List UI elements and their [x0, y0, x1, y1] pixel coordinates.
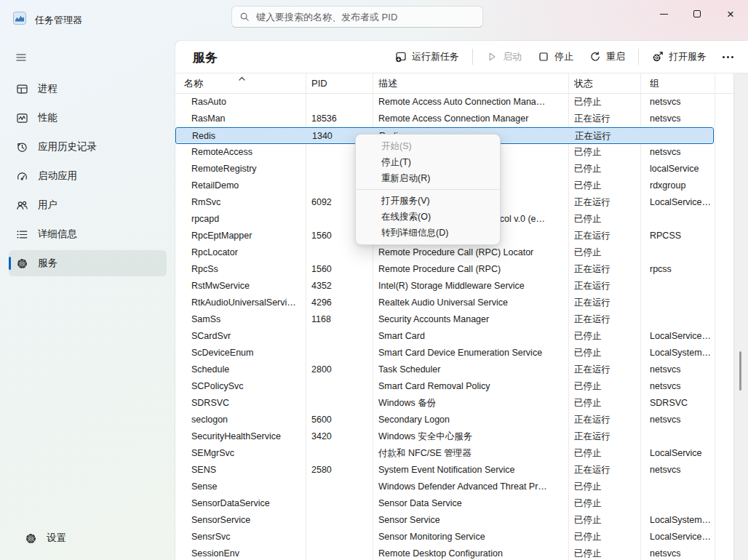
service-name-cell: RstMwService: [191, 278, 302, 295]
selected-indicator: [9, 257, 11, 270]
toolbar-divider: [472, 49, 473, 65]
run-new-task-button[interactable]: 运行新任务: [388, 46, 466, 68]
minimize-button[interactable]: [647, 1, 680, 26]
sidebar-item-users[interactable]: 用户: [9, 192, 167, 218]
service-desc-cell: Realtek Audio Universal Service: [378, 295, 565, 311]
context-menu-item[interactable]: 转到详细信息(D): [356, 225, 500, 241]
service-group-cell: LocalService…: [650, 328, 714, 345]
table-row[interactable]: SEMgrSvc付款和 NFC/SE 管理器已停止LocalService: [175, 445, 733, 462]
service-name-cell: RmSvc: [191, 194, 302, 211]
service-group-cell: netsvcs: [650, 94, 714, 111]
sidebar-item-processes[interactable]: 进程: [9, 76, 167, 102]
table-row[interactable]: SessionEnvRemote Desktop Configuration已停…: [175, 545, 733, 560]
column-header-group[interactable]: 组: [650, 73, 714, 90]
open-services-icon: [652, 51, 664, 63]
service-status-cell: 已停止: [574, 94, 641, 111]
search-input[interactable]: [256, 12, 475, 23]
service-status-cell: 已停止: [574, 144, 641, 161]
context-menu-item[interactable]: 停止(T): [356, 154, 500, 170]
service-pid-cell: [311, 94, 371, 111]
table-row[interactable]: ScDeviceEnumSmart Card Device Enumeratio…: [175, 345, 733, 361]
context-menu-item[interactable]: 在线搜索(O): [356, 209, 500, 225]
main-panel: 服务 运行新任务 启动 停止: [175, 41, 748, 560]
table-row[interactable]: SCardSvrSmart Card已停止LocalService…: [175, 328, 733, 345]
menu-toggle-button[interactable]: [9, 45, 33, 70]
search-box[interactable]: [231, 6, 483, 28]
sidebar: 进程性能应用历史记录启动应用用户详细信息服务 设置: [0, 41, 175, 560]
table-row[interactable]: RtkAudioUniversalServi…4296Realtek Audio…: [175, 295, 733, 311]
maximize-button[interactable]: [680, 1, 714, 26]
table-row[interactable]: SamSs1168Security Accounts Manager正在运行: [175, 311, 733, 328]
context-menu-divider: [357, 189, 499, 190]
column-header-status[interactable]: 状态: [574, 73, 641, 90]
service-desc-cell: Remote Access Auto Connection Mana…: [378, 94, 565, 111]
sidebar-item-settings[interactable]: 设置: [17, 525, 158, 551]
service-group-cell: netsvcs: [650, 545, 714, 560]
service-group-cell: [650, 211, 714, 228]
start-button: 启动: [479, 46, 529, 68]
window-title: 任务管理器: [35, 14, 82, 27]
table-row[interactable]: SensorServiceSensor Service已停止LocalSyste…: [175, 512, 733, 529]
service-group-cell: netsvcs: [650, 412, 714, 428]
maximize-icon: [693, 10, 701, 17]
table-row[interactable]: SCPolicySvcSmart Card Removal Policy已停止n…: [175, 378, 733, 395]
service-pid-cell: [311, 395, 371, 412]
table-row[interactable]: RpcSs1560Remote Procedure Call (RPC)正在运行…: [175, 261, 733, 278]
service-pid-cell: 4352: [311, 278, 371, 295]
sidebar-item-startup[interactable]: 启动应用: [9, 163, 167, 189]
service-name-cell: RpcLocator: [191, 244, 302, 261]
context-menu-item[interactable]: 打开服务(V): [356, 193, 500, 209]
window-titlebar: 任务管理器 ×: [0, 0, 748, 41]
table-row[interactable]: SensorDataServiceSensor Data Service已停止: [175, 495, 733, 512]
sidebar-item-performance[interactable]: 性能: [9, 105, 167, 131]
close-button[interactable]: ×: [714, 1, 747, 26]
stop-button[interactable]: 停止: [530, 46, 581, 68]
table-row[interactable]: RstMwService4352Intel(R) Storage Middlew…: [175, 278, 733, 295]
service-group-cell: [650, 295, 714, 311]
service-name-cell: SENS: [191, 462, 302, 479]
context-menu: 开始(S)停止(T)重新启动(R)打开服务(V)在线搜索(O)转到详细信息(D): [355, 134, 501, 245]
open-services-button[interactable]: 打开服务: [645, 46, 714, 68]
service-group-cell: LocalService…: [650, 194, 714, 211]
toolbar-divider: [638, 49, 639, 65]
column-header-pid[interactable]: PID: [311, 73, 371, 90]
context-menu-item[interactable]: 重新启动(R): [356, 170, 500, 186]
service-status-cell: 已停止: [574, 177, 641, 194]
table-row[interactable]: RasMan18536Remote Access Connection Mana…: [175, 111, 733, 127]
more-options-button[interactable]: [715, 50, 741, 64]
service-group-cell: rpcss: [650, 261, 714, 278]
table-row[interactable]: SENS2580System Event Notification Servic…: [175, 462, 733, 479]
details-icon: [16, 228, 28, 241]
service-desc-cell: Intel(R) Storage Middleware Service: [378, 278, 565, 295]
restart-button[interactable]: 重启: [582, 46, 632, 68]
service-group-cell: netsvcs: [650, 462, 714, 479]
sidebar-item-services[interactable]: 服务: [9, 250, 167, 276]
service-desc-cell: Smart Card Device Enumeration Service: [378, 345, 565, 361]
service-name-cell: SensorDataService: [191, 495, 302, 512]
service-status-cell: 已停止: [574, 378, 641, 395]
sidebar-item-app-history[interactable]: 应用历史记录: [9, 134, 167, 160]
table-row[interactable]: RasAutoRemote Access Auto Connection Man…: [175, 94, 733, 111]
column-header-desc[interactable]: 描述: [378, 73, 565, 90]
service-status-cell: 已停止: [574, 395, 641, 412]
vertical-scrollbar-track[interactable]: [733, 73, 748, 560]
table-row[interactable]: SenseWindows Defender Advanced Threat Pr…: [175, 479, 733, 495]
vertical-scrollbar-thumb[interactable]: [739, 351, 741, 391]
table-row[interactable]: Schedule2800Task Scheduler正在运行netsvcs: [175, 361, 733, 378]
services-icon: [16, 257, 28, 270]
service-name-cell: SEMgrSvc: [191, 445, 302, 462]
table-row[interactable]: seclogon5600Secondary Logon正在运行netsvcs: [175, 412, 733, 428]
sidebar-item-label: 详细信息: [38, 228, 77, 241]
sidebar-item-details[interactable]: 详细信息: [9, 221, 167, 247]
run-new-task-icon: [395, 51, 407, 63]
table-row[interactable]: RpcLocatorRemote Procedure Call (RPC) Lo…: [175, 244, 733, 261]
service-group-cell: netsvcs: [650, 144, 714, 161]
users-icon: [16, 199, 28, 212]
table-row[interactable]: SecurityHealthService3420Windows 安全中心服务正…: [175, 428, 733, 445]
service-status-cell: 正在运行: [574, 412, 641, 428]
sidebar-item-label: 用户: [38, 199, 57, 212]
service-name-cell: SDRSVC: [191, 395, 302, 412]
service-status-cell: 已停止: [574, 244, 641, 261]
table-row[interactable]: SensrSvcSensor Monitoring Service已停止Loca…: [175, 529, 733, 545]
table-row[interactable]: SDRSVCWindows 备份已停止SDRSVC: [175, 395, 733, 412]
